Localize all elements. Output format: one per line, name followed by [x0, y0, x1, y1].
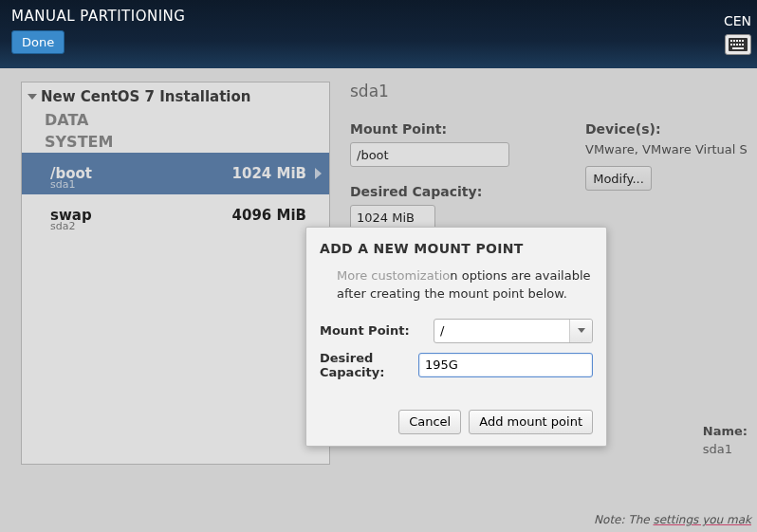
partition-device: sda2 [50, 220, 75, 232]
partition-device: sda1 [50, 178, 75, 191]
dialog-mount-label: Mount Point: [320, 323, 426, 338]
svg-rect-6 [730, 44, 732, 46]
device-title: sda1 [350, 82, 757, 101]
chevron-right-icon [315, 168, 322, 179]
triangle-down-icon [28, 94, 37, 100]
devices-label: Device(s): [585, 121, 748, 137]
note-text: Note: The settings you mak [594, 513, 751, 526]
svg-rect-9 [739, 44, 741, 46]
section-system: SYSTEM [22, 131, 329, 153]
partition-size: 1024 MiB [232, 165, 306, 182]
add-mount-point-dialog: ADD A NEW MOUNT POINT More customization… [305, 227, 607, 447]
partition-row-swap[interactable]: swap sda2 4096 MiB [22, 194, 329, 236]
name-group: Name: sda1 [703, 424, 748, 456]
install-header[interactable]: New CentOS 7 Installation [22, 83, 329, 109]
top-bar: MANUAL PARTITIONING Done CEN [0, 0, 757, 68]
name-value: sda1 [703, 442, 748, 456]
modify-button[interactable]: Modify... [585, 166, 652, 191]
svg-rect-5 [742, 40, 744, 42]
name-label: Name: [703, 424, 748, 438]
dialog-capacity-input[interactable] [418, 353, 593, 377]
install-title: New CentOS 7 Installation [41, 88, 250, 105]
distro-label: CEN [724, 13, 751, 28]
mount-point-input[interactable] [350, 142, 509, 167]
devices-value: VMware, VMware Virtual S [585, 142, 748, 156]
svg-rect-4 [739, 40, 741, 42]
dialog-mount-value: / [434, 323, 569, 338]
add-mount-point-button[interactable]: Add mount point [469, 410, 593, 434]
desired-capacity-label: Desired Capacity: [350, 184, 509, 199]
chevron-down-icon [578, 328, 585, 333]
dialog-message: More customization options are available… [337, 267, 593, 303]
dialog-title: ADD A NEW MOUNT POINT [320, 241, 593, 256]
svg-rect-8 [736, 44, 738, 46]
svg-rect-7 [733, 44, 735, 46]
dropdown-button[interactable] [569, 320, 592, 342]
dialog-mount-select[interactable]: / [434, 319, 593, 343]
partition-size: 4096 MiB [232, 207, 306, 224]
svg-rect-2 [733, 40, 735, 42]
done-button[interactable]: Done [11, 30, 65, 54]
dialog-capacity-label: Desired Capacity: [320, 351, 411, 379]
cancel-button[interactable]: Cancel [398, 410, 461, 434]
left-pane: New CentOS 7 Installation DATA SYSTEM /b… [0, 68, 331, 532]
top-right-group: CEN [724, 13, 751, 55]
partition-row-boot[interactable]: /boot sda1 1024 MiB [22, 153, 329, 194]
partition-list: New CentOS 7 Installation DATA SYSTEM /b… [21, 82, 330, 465]
section-data: DATA [22, 109, 329, 131]
svg-rect-11 [732, 47, 744, 49]
svg-rect-3 [736, 40, 738, 42]
page-title: MANUAL PARTITIONING [11, 8, 746, 25]
keyboard-icon[interactable] [725, 34, 751, 55]
mount-point-label: Mount Point: [350, 121, 509, 137]
svg-rect-10 [742, 44, 744, 46]
svg-rect-1 [730, 40, 732, 42]
